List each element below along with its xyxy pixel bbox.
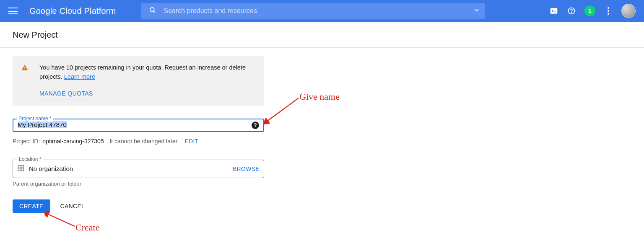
warning-icon (21, 64, 29, 99)
svg-line-1 (153, 11, 155, 13)
brand-rest: Cloud Platform (57, 6, 116, 16)
field-help-icon[interactable]: ? (252, 122, 259, 129)
top-bar: Google Cloud Platform 1 (0, 0, 644, 22)
project-id-line: Project ID: optimal-carving-327305. It c… (13, 138, 264, 145)
help-icon[interactable] (567, 6, 576, 16)
brand-google: Google (29, 6, 57, 16)
more-menu-icon[interactable] (604, 6, 613, 16)
location-helper: Parent organization or folder (13, 181, 264, 187)
page-title: New Project (0, 22, 644, 47)
project-name-input[interactable] (18, 121, 245, 128)
location-label: Location * (17, 156, 43, 162)
action-row: CREATE CANCEL (13, 199, 264, 213)
learn-more-link[interactable]: Learn more (64, 73, 95, 80)
browse-button[interactable]: BROWSE (233, 166, 260, 172)
svg-point-5 (571, 13, 571, 13)
svg-rect-6 (18, 165, 24, 171)
edit-project-id-button[interactable]: EDIT (184, 138, 198, 145)
cloud-shell-icon[interactable] (549, 6, 558, 16)
cancel-button[interactable]: CANCEL (60, 203, 85, 210)
manage-quotas-link[interactable]: MANAGE QUOTAS (39, 89, 93, 99)
organization-icon (17, 164, 25, 173)
project-id-prefix: Project ID: (13, 138, 40, 145)
search-icon (149, 6, 156, 16)
annotation-give-name: Give name (299, 91, 340, 102)
annotation-create: Create (75, 222, 99, 233)
chevron-down-icon[interactable] (468, 7, 485, 15)
location-value: No organization (29, 165, 233, 172)
brand-title[interactable]: Google Cloud Platform (29, 6, 116, 16)
create-button[interactable]: CREATE (13, 199, 50, 213)
location-field[interactable]: Location * No organization BROWSE (13, 160, 264, 178)
project-name-label: Project name * (17, 116, 53, 122)
notifications-badge[interactable]: 1 (584, 5, 595, 16)
project-name-field-wrap: Project name * ? (13, 119, 264, 132)
quota-notice: You have 10 projects remaining in your q… (13, 56, 264, 106)
project-id-value: optimal-carving-327305 (42, 138, 104, 145)
project-name-field[interactable]: Project name * ? (13, 119, 264, 132)
search-bar[interactable] (141, 3, 485, 19)
location-field-wrap: Location * No organization BROWSE Parent… (13, 160, 264, 187)
avatar[interactable] (621, 4, 636, 18)
search-input[interactable] (164, 7, 468, 15)
svg-rect-2 (551, 8, 558, 13)
project-id-suffix: . It cannot be changed later. (106, 138, 179, 145)
header-right: 1 (549, 4, 636, 18)
hamburger-menu-icon[interactable] (8, 8, 18, 14)
notice-body: You have 10 projects remaining in your q… (39, 63, 256, 99)
content: You have 10 projects remaining in your q… (0, 48, 277, 221)
